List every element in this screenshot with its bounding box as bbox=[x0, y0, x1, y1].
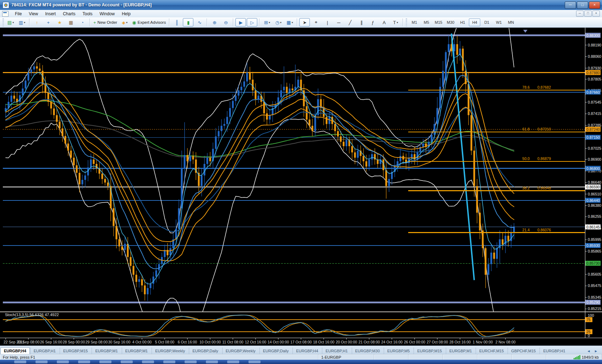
horizontal-line-button[interactable]: ─ bbox=[333, 18, 344, 27]
templates-button[interactable]: ▦▾ bbox=[284, 18, 295, 27]
dropdown-arrow-icon[interactable]: ▾ bbox=[12, 21, 14, 24]
profiles-button[interactable]: ▥▾ bbox=[17, 18, 27, 27]
chart-tab-5[interactable]: EURGBP,Weekly bbox=[152, 347, 188, 354]
dropdown-arrow-icon[interactable]: ▾ bbox=[269, 21, 270, 24]
cursor-icon: ➤ bbox=[303, 20, 307, 25]
zoom-out-button[interactable]: ⊖ bbox=[220, 18, 231, 27]
dropdown-arrow-icon[interactable]: ▾ bbox=[292, 21, 293, 24]
bar-chart-button[interactable]: ║ bbox=[171, 18, 182, 27]
vertical-line-button[interactable]: | bbox=[322, 18, 333, 27]
taskbar-item[interactable] bbox=[248, 360, 261, 363]
fib-price-label: 0.86879 bbox=[537, 156, 551, 161]
chart-tab-0[interactable]: EURGBP,H4 bbox=[0, 347, 30, 354]
menu-view[interactable]: View bbox=[25, 11, 42, 17]
close-button[interactable]: × bbox=[589, 1, 600, 9]
dropdown-arrow-icon[interactable]: ▾ bbox=[126, 21, 127, 24]
candlestick-chart-button[interactable]: ▮ bbox=[183, 18, 193, 27]
timeframe-m1-button[interactable]: M1 bbox=[409, 18, 420, 26]
menu-charts[interactable]: Charts bbox=[59, 11, 79, 17]
taskbar-item[interactable] bbox=[227, 360, 239, 363]
svg-text:0.86440: 0.86440 bbox=[586, 198, 600, 203]
tab-scroll-arrows[interactable]: ◄ ► bbox=[587, 349, 602, 354]
chart-tab-bar: EURGBP,H4EURGBP,H1EURGBP,M15EURGBP,M1EUR… bbox=[0, 346, 602, 354]
taskbar-item[interactable] bbox=[57, 360, 69, 363]
menu-file[interactable]: File bbox=[11, 11, 25, 17]
taskbar-item[interactable] bbox=[78, 360, 90, 363]
autotrading-arrow-button[interactable]: ◈▾ bbox=[119, 18, 130, 27]
chart-tab-7[interactable]: EURGBP,Weekly bbox=[222, 347, 259, 354]
chart-tab-3[interactable]: EURGBP,M1 bbox=[92, 347, 121, 354]
crosshair-button[interactable]: ⌖ bbox=[311, 18, 321, 27]
periods-button[interactable]: ◷▾ bbox=[273, 18, 284, 27]
svg-text:0.88300: 0.88300 bbox=[586, 33, 600, 38]
menu-tools[interactable]: Tools bbox=[79, 11, 96, 17]
navigator-button[interactable]: ★ bbox=[54, 18, 65, 27]
timeframe-h1-button[interactable]: H1 bbox=[457, 18, 468, 26]
chart-tab-8[interactable]: EURGBP,Daily bbox=[259, 347, 292, 354]
auto-scroll-button[interactable]: ▶ bbox=[235, 18, 246, 27]
timeframe-d1-button[interactable]: D1 bbox=[481, 18, 492, 26]
menu-help[interactable]: Help bbox=[118, 11, 134, 17]
taskbar-item[interactable] bbox=[35, 360, 48, 363]
mdi-minimize-button[interactable]: ─ bbox=[576, 11, 584, 17]
chart-tab-2[interactable]: EURGBP,M15 bbox=[60, 347, 92, 354]
chart-tab-13[interactable]: EURGBP,M15 bbox=[414, 347, 445, 354]
dropdown-arrow-icon[interactable]: ▾ bbox=[24, 21, 25, 24]
chart-tab-17[interactable]: EURGBP,H1 bbox=[540, 347, 569, 354]
timeframe-mn-button[interactable]: MN bbox=[505, 18, 516, 26]
menu-window[interactable]: Window bbox=[96, 11, 119, 17]
timeframe-m5-button[interactable]: M5 bbox=[421, 18, 432, 26]
strategy-tester-button[interactable]: ◔ bbox=[77, 18, 88, 27]
menu-insert[interactable]: Insert bbox=[42, 11, 59, 17]
cursor-button[interactable]: ➤ bbox=[299, 18, 310, 27]
title-bar[interactable]: 784114: FXCM MT4 powered by BT - Demo Ac… bbox=[0, 0, 602, 10]
new-order-button[interactable]: +New Order bbox=[92, 18, 119, 27]
timeframe-h4-button[interactable]: H4 bbox=[469, 18, 480, 26]
windows-taskbar[interactable] bbox=[0, 360, 602, 364]
minimize-button[interactable]: ─ bbox=[565, 1, 576, 9]
taskbar-item[interactable] bbox=[99, 360, 111, 363]
taskbar-item[interactable] bbox=[14, 360, 26, 363]
chart-tab-4[interactable]: EURGBP,M1 bbox=[122, 347, 151, 354]
chart-tab-9[interactable]: EURGBP,H4 bbox=[292, 347, 322, 354]
chart-shift-button[interactable]: ▷ bbox=[247, 18, 257, 27]
mdi-close-button[interactable]: × bbox=[592, 11, 600, 17]
chart-window-icon[interactable] bbox=[2, 11, 9, 17]
timeframe-m15-button[interactable]: M15 bbox=[433, 18, 444, 26]
terminal-button[interactable]: ▦ bbox=[66, 18, 76, 27]
taskbar-item[interactable] bbox=[163, 360, 175, 363]
label-button[interactable]: T▾ bbox=[390, 18, 401, 27]
new-window-button[interactable]: ⊞▾ bbox=[262, 18, 272, 27]
zoom-in-icon: ⊕ bbox=[213, 20, 217, 25]
taskbar-item[interactable] bbox=[142, 360, 154, 363]
trendline-button[interactable]: ╱ bbox=[345, 18, 355, 27]
mdi-restore-button[interactable]: □ bbox=[584, 11, 592, 17]
timeframe-m30-button[interactable]: M30 bbox=[445, 18, 456, 26]
line-chart-button[interactable]: ∿ bbox=[194, 18, 205, 27]
expert-advisors-button[interactable]: ◉Expert Advisors bbox=[131, 18, 167, 27]
timeframe-w1-button[interactable]: W1 bbox=[493, 18, 504, 26]
price-chart[interactable]: 78.60.8768261.80.8721050.00.8687938.20.8… bbox=[0, 28, 602, 346]
text-button[interactable]: A bbox=[379, 18, 389, 27]
chart-tab-16[interactable]: GBPCHF,M15 bbox=[508, 347, 539, 354]
data-window-button[interactable]: + bbox=[43, 18, 54, 27]
market-watch-button[interactable]: ↑ bbox=[32, 18, 42, 27]
chart-tab-14[interactable]: EURGBP,M1 bbox=[446, 347, 475, 354]
taskbar-item[interactable] bbox=[206, 360, 218, 363]
dropdown-arrow-icon[interactable]: ▾ bbox=[280, 21, 281, 24]
taskbar-item[interactable] bbox=[121, 360, 133, 363]
chart-area[interactable]: 78.60.8768261.80.8721050.00.8687938.20.8… bbox=[0, 28, 602, 346]
taskbar-item[interactable] bbox=[185, 360, 197, 363]
chart-tab-12[interactable]: EURGBP,M5 bbox=[384, 347, 413, 354]
chart-tab-10[interactable]: EURGBP,H1 bbox=[322, 347, 351, 354]
chart-tab-15[interactable]: EURCHF,M15 bbox=[476, 347, 507, 354]
channel-button[interactable]: ∥ bbox=[356, 18, 367, 27]
maximize-button[interactable]: □ bbox=[577, 1, 588, 9]
chart-tab-6[interactable]: EURGBP,Daily bbox=[189, 347, 222, 354]
fibonacci-button[interactable]: ƒ bbox=[367, 18, 378, 27]
chart-tab-11[interactable]: EURGBP,M30 bbox=[352, 347, 384, 354]
zoom-in-button[interactable]: ⊕ bbox=[209, 18, 220, 27]
chart-tab-1[interactable]: EURGBP,H1 bbox=[30, 347, 59, 354]
new-chart-button[interactable]: ▤▾ bbox=[5, 18, 16, 27]
dropdown-arrow-icon[interactable]: ▾ bbox=[396, 21, 398, 24]
